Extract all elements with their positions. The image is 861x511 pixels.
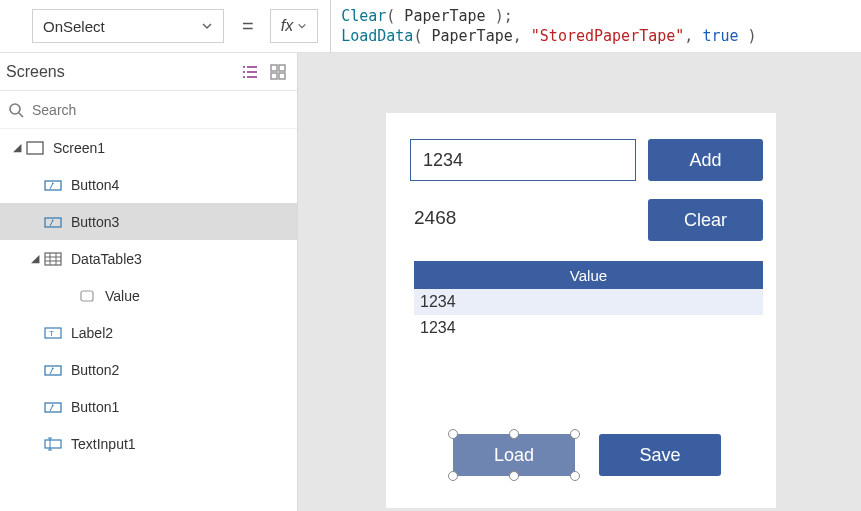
- selection-handle[interactable]: [448, 429, 458, 439]
- button-icon: [44, 400, 62, 414]
- button-label: Clear: [684, 210, 727, 231]
- tree-list: ◢ Screen1 Button4 Button3 ◢ DataTable3 V…: [0, 129, 297, 511]
- button-icon: [44, 178, 62, 192]
- svg-rect-24: [45, 403, 61, 412]
- svg-rect-8: [271, 73, 277, 79]
- tree-node-button2[interactable]: Button2: [0, 351, 297, 388]
- label-icon: T: [44, 326, 62, 340]
- search-row: [0, 91, 297, 129]
- tree-grid-icon[interactable]: [269, 63, 287, 81]
- formula-bar: OnSelect = fx Clear( PaperTape ); LoadDa…: [0, 0, 861, 53]
- tree-panel: Screens ◢ Screen1 Button4 Button3: [0, 53, 298, 511]
- svg-rect-14: [45, 218, 61, 227]
- datatable3-control[interactable]: Value 1234 1234: [414, 261, 763, 341]
- datatable-icon: [44, 252, 62, 266]
- selection-handle[interactable]: [570, 429, 580, 439]
- tree-node-label: Button4: [71, 177, 119, 193]
- tree-node-label: Button2: [71, 362, 119, 378]
- search-icon: [8, 102, 24, 118]
- selection-handle[interactable]: [570, 471, 580, 481]
- fx-dropdown[interactable]: fx: [270, 9, 318, 43]
- chevron-down-icon: [297, 21, 307, 31]
- textinput1-control[interactable]: 1234: [410, 139, 636, 181]
- tree-node-label: Button1: [71, 399, 119, 415]
- button-icon: [44, 363, 62, 377]
- tree-node-label2[interactable]: T Label2: [0, 314, 297, 351]
- svg-point-3: [243, 66, 245, 68]
- svg-rect-9: [279, 73, 285, 79]
- svg-rect-15: [45, 253, 61, 265]
- collapse-icon[interactable]: ◢: [28, 252, 42, 265]
- app-screen: 1234 Add 2468 Clear Value 1234 1234: [386, 113, 776, 508]
- equals-sign: =: [242, 15, 254, 38]
- table-row[interactable]: 1234: [414, 315, 763, 341]
- formula-editor[interactable]: Clear( PaperTape ); LoadData( PaperTape,…: [330, 0, 861, 53]
- svg-rect-13: [45, 181, 61, 190]
- tree-node-label: Value: [105, 288, 140, 304]
- selection-handle[interactable]: [448, 471, 458, 481]
- svg-rect-20: [81, 291, 93, 301]
- button-label: Add: [689, 150, 721, 171]
- svg-rect-25: [45, 440, 61, 448]
- svg-rect-6: [271, 65, 277, 71]
- textinput-value: 1234: [423, 150, 463, 171]
- tree-node-label: DataTable3: [71, 251, 142, 267]
- search-input[interactable]: [32, 102, 289, 118]
- label2-control: 2468: [414, 207, 456, 229]
- selection-handle[interactable]: [509, 429, 519, 439]
- fx-label: fx: [281, 17, 293, 35]
- screen-icon: [26, 141, 44, 155]
- tree-node-button1[interactable]: Button1: [0, 388, 297, 425]
- tree-node-button3[interactable]: Button3: [0, 203, 297, 240]
- svg-rect-23: [45, 366, 61, 375]
- clear-button[interactable]: Clear: [648, 199, 763, 241]
- svg-point-5: [243, 76, 245, 78]
- table-row[interactable]: 1234: [414, 289, 763, 315]
- tree-node-label: Label2: [71, 325, 113, 341]
- tree-node-label: Button3: [71, 214, 119, 230]
- table-header: Value: [414, 261, 763, 289]
- button-icon: [44, 215, 62, 229]
- tree-node-button4[interactable]: Button4: [0, 166, 297, 203]
- tree-header: Screens: [0, 53, 297, 91]
- property-dropdown[interactable]: OnSelect: [32, 9, 224, 43]
- svg-line-11: [19, 113, 23, 117]
- property-label: OnSelect: [43, 18, 105, 35]
- tree-node-textinput1[interactable]: TextInput1: [0, 425, 297, 462]
- svg-point-10: [10, 104, 20, 114]
- textinput-icon: [44, 437, 62, 451]
- selection-handle[interactable]: [509, 471, 519, 481]
- tree-node-label: Screen1: [53, 140, 105, 156]
- chevron-down-icon: [201, 20, 213, 32]
- tree-node-screen1[interactable]: ◢ Screen1: [0, 129, 297, 166]
- cell-value: 1234: [420, 319, 456, 337]
- tree-title: Screens: [4, 63, 231, 81]
- column-label: Value: [570, 267, 607, 284]
- button-label: Save: [639, 445, 680, 466]
- svg-text:T: T: [49, 329, 54, 338]
- add-button[interactable]: Add: [648, 139, 763, 181]
- svg-point-4: [243, 71, 245, 73]
- collapse-icon[interactable]: ◢: [10, 141, 24, 154]
- tree-list-icon[interactable]: [241, 63, 259, 81]
- svg-rect-7: [279, 65, 285, 71]
- svg-rect-12: [27, 142, 43, 154]
- label-value: 2468: [414, 207, 456, 228]
- load-button[interactable]: Load: [453, 434, 575, 476]
- tree-node-label: TextInput1: [71, 436, 136, 452]
- save-button[interactable]: Save: [599, 434, 721, 476]
- button-label: Load: [494, 445, 534, 466]
- tree-node-value[interactable]: Value: [0, 277, 297, 314]
- tree-node-datatable3[interactable]: ◢ DataTable3: [0, 240, 297, 277]
- column-icon: [78, 289, 96, 303]
- canvas[interactable]: 1234 Add 2468 Clear Value 1234 1234: [298, 53, 861, 511]
- cell-value: 1234: [420, 293, 456, 311]
